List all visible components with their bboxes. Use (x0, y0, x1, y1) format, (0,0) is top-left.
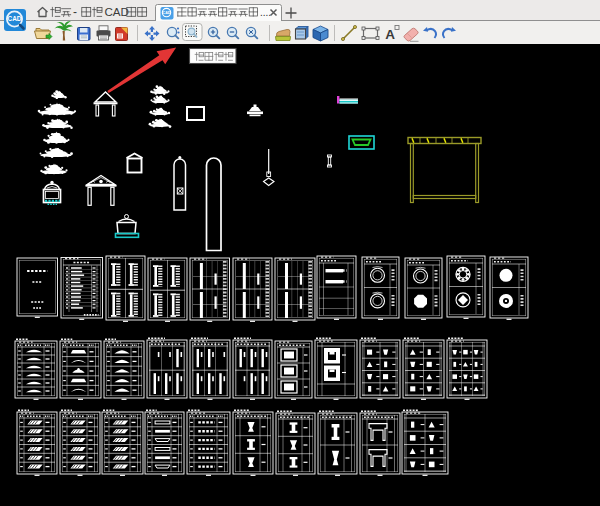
svg-text:....: .... (260, 7, 271, 18)
svg-text:CAD: CAD (8, 15, 22, 22)
svg-text:CAD: CAD (163, 11, 171, 15)
svg-text:CAD: CAD (105, 5, 129, 18)
svg-text:A: A (385, 27, 395, 42)
svg-text:-: - (73, 5, 77, 19)
